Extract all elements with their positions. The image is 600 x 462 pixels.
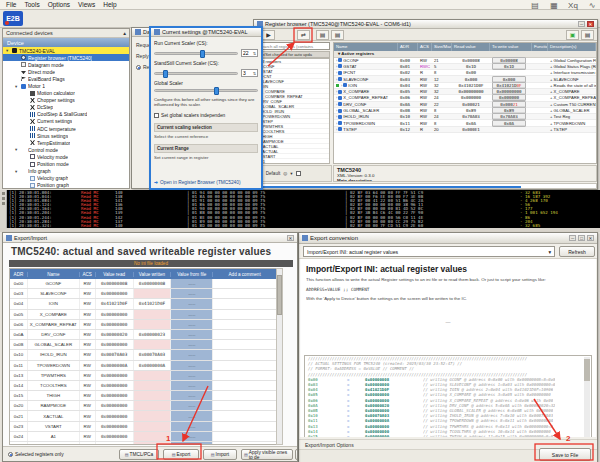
- comment-field[interactable]: [213, 279, 277, 288]
- tree-item-tmc5240-eval[interactable]: ▾TMC5240-EVAL: [3, 47, 129, 54]
- expander-icon[interactable]: ›: [336, 58, 337, 63]
- comment-field[interactable]: [213, 330, 277, 339]
- slider-handle[interactable]: [200, 50, 205, 58]
- run-current-slider[interactable]: [154, 52, 238, 55]
- checkbox-icon[interactable]: [338, 102, 342, 106]
- clo-button[interactable]: ▤Clo: [295, 449, 298, 460]
- standstill-slider[interactable]: [154, 72, 238, 75]
- write-value-button[interactable]: 0x0A: [492, 120, 526, 127]
- comment-field[interactable]: [213, 381, 277, 390]
- expander-icon[interactable]: ›: [336, 64, 337, 69]
- tree-item-datagram-mode[interactable]: Datagram mode: [3, 61, 129, 68]
- column-header-functio[interactable]: Functio: [532, 43, 548, 51]
- collapse-icon[interactable]: ▴: [123, 30, 126, 36]
- expander-icon[interactable]: ▾: [15, 169, 21, 174]
- comment-field[interactable]: [213, 422, 277, 431]
- comment-field[interactable]: [213, 320, 277, 329]
- standstill-spinbox[interactable]: 3⇅: [241, 69, 258, 77]
- scrollbar-thumb[interactable]: [584, 359, 590, 381]
- tree-item-velocity-mode[interactable]: Velocity mode: [3, 153, 129, 160]
- magnifier-icon[interactable]: ◎: [283, 171, 287, 176]
- expander-icon[interactable]: ›: [336, 89, 337, 94]
- comment-field[interactable]: [213, 391, 277, 400]
- register-value-row-ioin[interactable]: 0x04IOINRW0x41021D0F0x41021D0F-----: [10, 299, 277, 309]
- status-ok-icon[interactable]: ▣: [566, 30, 579, 40]
- app-logo-icon[interactable]: E2B: [3, 11, 23, 26]
- comment-field[interactable]: [213, 432, 277, 441]
- register-list-item-a1[interactable]: A1: [257, 159, 329, 164]
- checkbox-icon[interactable]: [343, 83, 347, 87]
- open-register-browser-link[interactable]: ➜Open in Register Browser (TMC5240): [154, 180, 258, 185]
- export-button[interactable]: ▤Export: [163, 449, 199, 460]
- tree-item-sinus-settings[interactable]: Sinus settings: [3, 132, 129, 139]
- register-search-input[interactable]: [256, 42, 330, 50]
- comment-field[interactable]: [213, 299, 277, 308]
- expander-icon[interactable]: ›: [336, 70, 337, 75]
- collapse-divider[interactable]: —: [300, 319, 596, 325]
- import-button[interactable]: ▤Import: [203, 449, 237, 460]
- column-header-acs[interactable]: ACS: [80, 272, 96, 277]
- table-scrollbar[interactable]: [276, 268, 283, 445]
- checkbox-icon[interactable]: [296, 171, 301, 176]
- register-value-row-thigh[interactable]: 0x15THIGHRW0x00000000-----: [10, 391, 277, 401]
- comment-field[interactable]: [213, 401, 277, 410]
- checkbox-icon[interactable]: [338, 96, 342, 100]
- register-value-row-slaveconf[interactable]: 0x03SLAVECONFRW0x00000000-----: [10, 289, 277, 299]
- register-value-row-vstart[interactable]: 0x23VSTARTRW0x00000000-----: [10, 422, 277, 432]
- column-header-value-from-file[interactable]: Value from file: [171, 272, 213, 277]
- default-selector[interactable]: Default: [266, 171, 281, 176]
- expander-icon[interactable]: ›: [336, 95, 337, 100]
- checkbox-icon[interactable]: [338, 115, 342, 119]
- column-header-name[interactable]: Name: [334, 43, 398, 51]
- chart-icon[interactable]: ▦: [548, 1, 560, 10]
- checkbox-icon[interactable]: [338, 121, 342, 125]
- tree-item-coolstep-stallguard[interactable]: CoolStep & StallGuard: [3, 111, 129, 118]
- column-header-adr[interactable]: ADR: [398, 43, 418, 51]
- spin-arrows-icon[interactable]: ⇅: [253, 71, 256, 76]
- run-current-spinbox[interactable]: 22⇅: [241, 49, 258, 57]
- tmcl-pca-button[interactable]: ▤TMCL/PCa: [119, 449, 159, 460]
- new-document-icon[interactable]: ▤: [529, 1, 541, 10]
- tree-item-motion-calculator[interactable]: Motion calculator: [3, 90, 129, 97]
- register-value-row-a1[interactable]: 0x24A1RW0x00000000-----: [10, 432, 277, 442]
- comment-field[interactable]: [213, 411, 277, 420]
- menu-file[interactable]: File: [2, 1, 20, 8]
- ini-code-editor[interactable]: ////////////////////////////////////////…: [304, 355, 592, 437]
- selected-registers-radio[interactable]: Selected registers only: [8, 452, 64, 457]
- tree-item-info-graph[interactable]: ▾Info graph: [3, 168, 129, 175]
- expander-icon[interactable]: ›: [336, 121, 337, 126]
- tree-item-position-graph[interactable]: Position graph: [3, 182, 129, 189]
- conversion-type-select[interactable]: Import/Export INI: actual register value…: [303, 246, 555, 257]
- slider-handle[interactable]: [163, 70, 168, 78]
- close-icon[interactable]: ✕: [287, 235, 294, 241]
- expander-icon[interactable]: ›: [336, 127, 337, 132]
- column-header-adr[interactable]: ADR: [10, 272, 28, 277]
- menu-options[interactable]: Options: [44, 1, 74, 8]
- checkbox-icon[interactable]: [338, 64, 342, 68]
- play-icon[interactable]: ▶: [262, 30, 275, 40]
- column-header-description-s[interactable]: Description(s): [548, 43, 596, 51]
- checkbox-icon[interactable]: [338, 127, 342, 131]
- write-value-button[interactable]: 0x1D: [492, 63, 526, 70]
- import-export-icon[interactable]: ⇄: [297, 30, 310, 40]
- register-value-row-ihold-irun[interactable]: 0x10IHOLD_IRUNRW0x00070A030x00070A03----…: [10, 350, 277, 360]
- tree-item-evalboard-flags[interactable]: EvalBoard Flags: [3, 75, 129, 82]
- register-value-row-global-scaler[interactable]: 0x0BGLOBAL_SCALERRW0x00000000-----: [10, 340, 277, 350]
- slider-handle[interactable]: [214, 87, 219, 95]
- comment-field[interactable]: [213, 340, 277, 349]
- register-value-row-gconf[interactable]: 0x00GCONFRW0x000000080x00000008-----: [10, 279, 277, 289]
- tree-item-chopper-settings[interactable]: Chopper settings: [3, 97, 129, 104]
- checkbox-icon[interactable]: [338, 71, 342, 75]
- checkbox-icon[interactable]: [338, 90, 342, 94]
- register-row-tstep[interactable]: ›TSTEP0x12R200x000E1+ TSTEP: [334, 127, 596, 133]
- tree-item-position-mode[interactable]: Position mode: [3, 161, 129, 168]
- load-file-icon[interactable]: ▤: [316, 30, 329, 40]
- tree-item-adc-temperature[interactable]: ADC temperature: [3, 125, 129, 132]
- global-scalers-checkbox[interactable]: Set global scalers independen: [154, 113, 258, 118]
- register-value-row-xactual[interactable]: 0x21XACTUALRW0x00000000-----: [10, 411, 277, 421]
- current-settings-titlebar[interactable]: Current settings @TMC5240-EVAL: [151, 28, 261, 37]
- chevron-down-icon[interactable]: ▾: [290, 171, 292, 176]
- tree-item-dcstep[interactable]: DcStep: [3, 104, 129, 111]
- menu-help[interactable]: Help: [99, 1, 120, 8]
- tree-item-velocity-graph[interactable]: Velocity graph: [3, 175, 129, 182]
